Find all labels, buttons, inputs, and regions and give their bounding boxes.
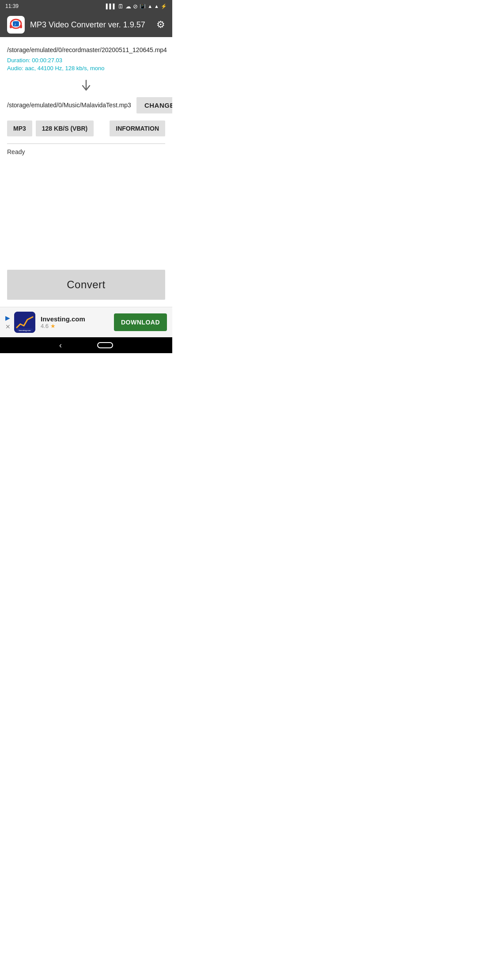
ad-play-icon[interactable]: ▶ <box>5 314 11 321</box>
svg-text:♪: ♪ <box>14 22 16 26</box>
convert-button[interactable]: Convert <box>7 270 165 300</box>
output-file-path: /storage/emulated/0/Music/MalavidaTest.m… <box>7 101 131 110</box>
source-file-section: /storage/emulated/0/recordmaster/2020051… <box>7 46 165 72</box>
main-content: /storage/emulated/0/recordmaster/2020051… <box>0 37 172 307</box>
bitrate-button[interactable]: 128 KB/S (VBR) <box>36 121 94 136</box>
svg-rect-3 <box>20 25 22 28</box>
status-bar: 11:39 ▌▌▌ 🗓 ☁ ⊘ 📳 ▲ ▲ ⚡ <box>0 0 172 12</box>
battery-icon: ⚡ <box>161 4 167 9</box>
source-file-audio: Audio: aac, 44100 Hz, 128 kb/s, mono <box>7 64 167 72</box>
status-text: Ready <box>7 148 165 155</box>
vibrate-icon: 📳 <box>140 4 146 9</box>
divider <box>7 143 165 144</box>
ad-close-icon[interactable]: ✕ <box>5 323 11 330</box>
notification-icon: 🗓 <box>118 3 124 10</box>
download-button[interactable]: DOWNLOAD <box>114 313 167 331</box>
ad-left: ▶ ✕ Investing.com <box>5 312 35 333</box>
nav-bar: ‹ <box>0 337 172 353</box>
ad-app-icon: Investing.com <box>14 312 35 333</box>
arrow-down-icon <box>7 79 165 93</box>
ad-banner: ▶ ✕ Investing.com Investing.com 4.6 ★ DO… <box>0 307 172 337</box>
information-button[interactable]: INFORMATION <box>110 121 165 136</box>
source-file-info: /storage/emulated/0/recordmaster/2020051… <box>7 46 167 72</box>
output-file-section: /storage/emulated/0/Music/MalavidaTest.m… <box>7 97 165 113</box>
format-row: MP3 128 KB/S (VBR) INFORMATION <box>7 121 165 136</box>
signal-bars-icon: ▌▌▌ <box>106 4 116 9</box>
ad-rating-value: 4.6 <box>41 323 49 329</box>
svg-text:Investing.com: Investing.com <box>19 329 31 332</box>
change-button[interactable]: CHANGE <box>136 97 172 113</box>
status-time: 11:39 <box>5 3 19 9</box>
ad-star-icon: ★ <box>50 323 56 329</box>
ad-app-name: Investing.com <box>41 315 109 323</box>
back-button[interactable]: ‹ <box>59 341 62 350</box>
cloud-icon: ☁ <box>125 3 131 10</box>
source-file-duration: Duration: 00:00:27.03 <box>7 57 167 64</box>
spacer <box>7 155 165 263</box>
signal-icon: ▲ <box>154 4 159 9</box>
ad-rating: 4.6 ★ <box>41 323 109 329</box>
settings-icon[interactable]: ⚙ <box>156 19 165 30</box>
circle-icon: ⊘ <box>133 3 138 10</box>
wifi-icon: ▲ <box>148 4 152 9</box>
home-button[interactable] <box>97 342 113 348</box>
svg-rect-2 <box>10 25 12 28</box>
ad-text: Investing.com 4.6 ★ <box>41 315 109 329</box>
app-bar: ♪ MP3 Video Converter ver. 1.9.57 ⚙ <box>0 12 172 37</box>
format-button[interactable]: MP3 <box>7 121 32 136</box>
app-title: MP3 Video Converter ver. 1.9.57 <box>30 20 145 30</box>
app-icon: ♪ <box>7 16 25 34</box>
source-file-path: /storage/emulated/0/recordmaster/2020051… <box>7 46 167 55</box>
